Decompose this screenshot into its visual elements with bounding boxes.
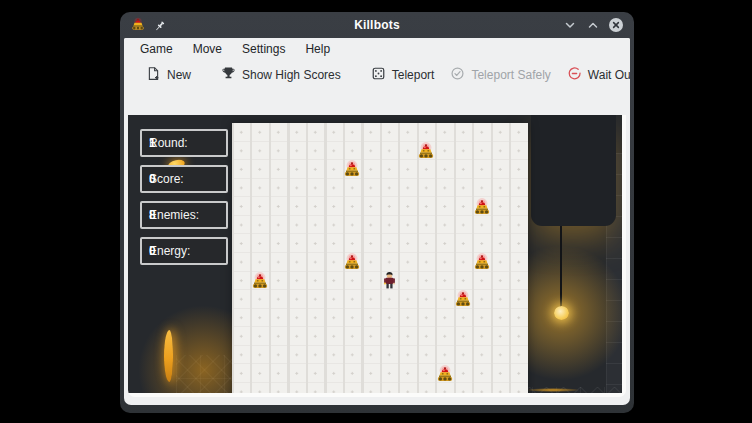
enemy-robot-sprite[interactable] xyxy=(472,198,492,218)
new-game-label: New xyxy=(167,68,191,82)
titlebar[interactable]: Killbots xyxy=(120,12,634,38)
killbots-app-icon xyxy=(130,17,146,33)
menubar: Game Move Settings Help xyxy=(124,38,630,60)
show-high-scores-label: Show High Scores xyxy=(242,68,341,82)
close-button[interactable] xyxy=(608,17,624,33)
ceiling-panel xyxy=(531,115,616,226)
window-title: Killbots xyxy=(120,18,634,32)
enemy-robot-sprite[interactable] xyxy=(435,365,455,385)
energy-value: 0 xyxy=(149,244,156,258)
enemy-robot-sprite[interactable] xyxy=(250,272,270,292)
teleport-dice-icon xyxy=(371,66,386,84)
enemies-label: Enemies: xyxy=(149,208,199,222)
game-grid[interactable] xyxy=(232,123,528,393)
trophy-icon xyxy=(221,66,236,84)
game-view-frame: Round: 1 Score: 0 Enemies: 8 Energy: 0 xyxy=(128,115,626,397)
enemy-robot-sprite[interactable] xyxy=(472,253,492,273)
minimize-button[interactable] xyxy=(562,17,578,33)
wait-out-round-button[interactable]: Wait Out Round xyxy=(559,62,630,88)
menu-item-move[interactable]: Move xyxy=(183,39,232,59)
enemy-robot-sprite[interactable] xyxy=(453,290,473,310)
window-content: Game Move Settings Help New xyxy=(124,38,630,405)
wait-out-round-icon xyxy=(567,66,582,84)
enemy-robot-sprite[interactable] xyxy=(342,160,362,180)
teleport-safely-label: Teleport Safely xyxy=(471,68,550,82)
enemy-robot-sprite[interactable] xyxy=(342,253,362,273)
enemy-robot-sprite[interactable] xyxy=(416,142,436,162)
new-game-button[interactable]: New xyxy=(138,62,199,88)
wait-out-round-label: Wait Out Round xyxy=(588,68,630,82)
stat-box-enemies: Enemies: 8 xyxy=(140,201,228,229)
teleport-safely-button: Teleport Safely xyxy=(442,62,558,88)
player-sprite[interactable] xyxy=(382,271,397,290)
enemies-value: 8 xyxy=(149,208,156,222)
hanging-lamp-bulb xyxy=(554,306,569,320)
lamp-cord xyxy=(560,226,562,307)
stat-box-round: Round: 1 xyxy=(140,129,228,157)
pin-icon[interactable] xyxy=(153,19,166,32)
killbots-window: Killbots Game Move Settings Help xyxy=(120,12,634,413)
stat-box-energy: Energy: 0 xyxy=(140,237,228,265)
check-circle-icon xyxy=(450,66,465,84)
teleport-button[interactable]: Teleport xyxy=(363,62,443,88)
menu-item-game[interactable]: Game xyxy=(130,39,183,59)
maximize-button[interactable] xyxy=(585,17,601,33)
round-value: 1 xyxy=(149,136,156,150)
show-high-scores-button[interactable]: Show High Scores xyxy=(213,62,349,88)
stat-box-score: Score: 0 xyxy=(140,165,228,193)
score-value: 0 xyxy=(149,172,156,186)
wall-lamp xyxy=(164,330,173,382)
game-scene: Round: 1 Score: 0 Enemies: 8 Energy: 0 xyxy=(128,115,622,393)
floor-light-strip xyxy=(527,388,579,392)
teleport-label: Teleport xyxy=(392,68,435,82)
new-document-icon xyxy=(146,66,161,84)
toolbar: New Show High Scores xyxy=(124,60,630,89)
menu-item-settings[interactable]: Settings xyxy=(232,39,295,59)
menu-item-help[interactable]: Help xyxy=(295,39,340,59)
